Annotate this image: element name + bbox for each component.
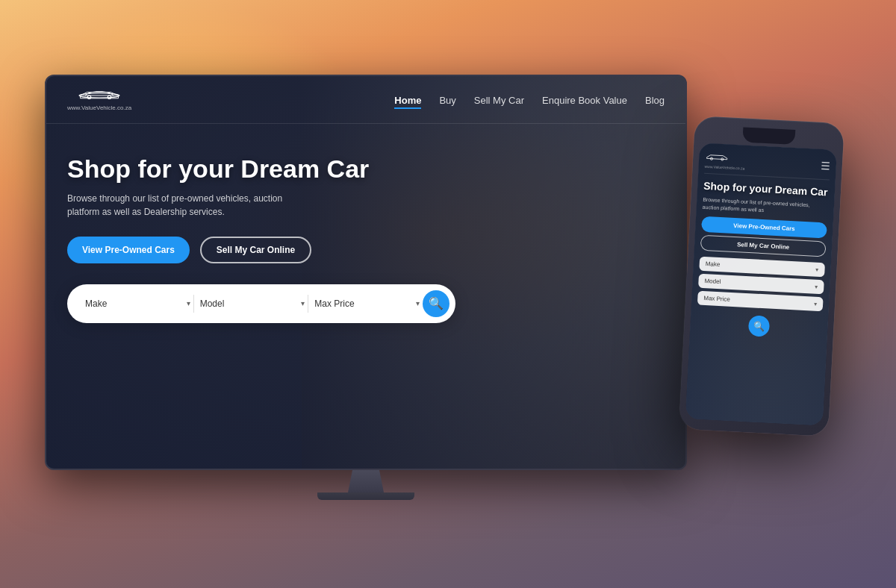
phone-search-icon: 🔍 — [753, 321, 765, 332]
sell-car-button[interactable]: Sell My Car Online — [200, 237, 311, 263]
view-preowned-button[interactable]: View Pre-Owned Cars — [67, 237, 190, 263]
nav-item-enquire[interactable]: Enquire Book Value — [542, 93, 627, 107]
price-select-wrapper: Max Price ▾ — [308, 294, 423, 313]
hero-subtitle: Browse through our list of pre-owned veh… — [67, 192, 291, 219]
nav-item-home[interactable]: Home — [394, 93, 421, 107]
monitor-screen: www.ValueVehicle.co.za Home Buy Sell My … — [45, 75, 687, 470]
search-bar: Make ▾ Model ▾ Max Price — [67, 284, 455, 323]
monitor-stand — [343, 470, 388, 492]
phone-logo: www.ValueVehicle.co.za — [704, 151, 745, 171]
model-select-wrapper: Model ▾ — [194, 294, 308, 313]
nav-item-buy[interactable]: Buy — [439, 93, 455, 107]
website-content: www.ValueVehicle.co.za Home Buy Sell My … — [46, 76, 685, 469]
phone-menu-icon[interactable]: ☰ — [820, 160, 830, 172]
monitor-base — [317, 492, 414, 500]
hero-buttons: View Pre-Owned Cars Sell My Car Online — [67, 237, 665, 263]
phone-nav: www.ValueVehicle.co.za ☰ — [704, 148, 831, 181]
phone-model-label: Model — [704, 278, 721, 285]
phone-model-chevron-icon: ▾ — [815, 284, 818, 290]
phone-make-label: Make — [706, 260, 721, 268]
phone-sell-car-button[interactable]: Sell My Car Online — [700, 235, 827, 257]
hero-section: Shop for your Dream Car Browse through o… — [46, 124, 685, 469]
search-button[interactable]: 🔍 — [423, 290, 449, 317]
nav-item-blog[interactable]: Blog — [645, 93, 665, 107]
phone-price-chevron-icon: ▾ — [814, 301, 817, 307]
phone-logo-car-icon — [705, 152, 729, 163]
model-select[interactable]: Model — [194, 294, 308, 313]
site-logo: www.ValueVehicle.co.za — [67, 88, 131, 111]
search-icon: 🔍 — [429, 296, 444, 310]
phone-logo-url: www.ValueVehicle.co.za — [704, 164, 744, 171]
phone-make-chevron-icon: ▾ — [815, 266, 818, 273]
phone-hero-subtitle: Browse through our list of pre-owned veh… — [702, 196, 828, 217]
logo-url: www.ValueVehicle.co.za — [67, 104, 131, 111]
make-select-wrapper: Make ▾ — [79, 294, 193, 313]
phone: www.ValueVehicle.co.za ☰ Shop for your D… — [679, 116, 844, 437]
phone-search-button[interactable]: 🔍 — [748, 316, 770, 337]
site-nav: www.ValueVehicle.co.za Home Buy Sell My … — [46, 76, 685, 124]
nav-links: Home Buy Sell My Car Enquire Book Value … — [394, 93, 665, 107]
phone-screen: www.ValueVehicle.co.za ☰ Shop for your D… — [685, 143, 837, 425]
phone-view-preowned-button[interactable]: View Pre-Owned Cars — [701, 216, 827, 239]
phone-notch — [742, 127, 795, 145]
phone-frame: www.ValueVehicle.co.za ☰ Shop for your D… — [679, 116, 844, 437]
phone-price-label: Max Price — [703, 295, 730, 303]
nav-item-sell[interactable]: Sell My Car — [474, 93, 524, 107]
make-select[interactable]: Make — [79, 294, 193, 313]
phone-price-field[interactable]: Max Price ▾ — [697, 291, 824, 312]
price-select[interactable]: Max Price — [308, 294, 423, 313]
monitor: www.ValueVehicle.co.za Home Buy Sell My … — [45, 75, 687, 507]
phone-hero-title: Shop for your Dream Car — [703, 180, 830, 199]
hero-title: Shop for your Dream Car — [67, 154, 665, 184]
logo-car-icon — [77, 88, 122, 103]
phone-content: www.ValueVehicle.co.za ☰ Shop for your D… — [685, 143, 837, 425]
